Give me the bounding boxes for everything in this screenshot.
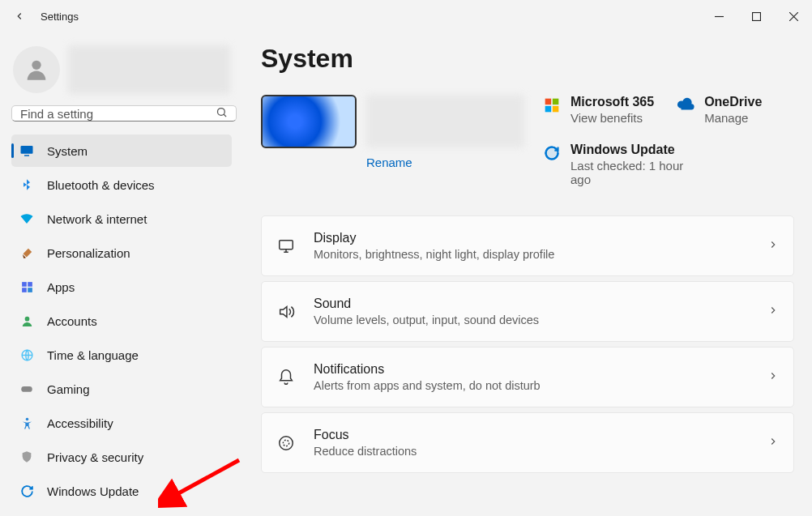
setting-title: Notifications <box>314 362 750 377</box>
sidebar-item-label: Gaming <box>47 382 90 396</box>
svg-rect-0 <box>752 12 760 20</box>
sidebar-item-label: Privacy & security <box>47 450 143 464</box>
minimize-button[interactable] <box>700 5 737 28</box>
content-pane: System Rename Microsoft 365 Vi <box>243 32 812 516</box>
setting-title: Focus <box>314 428 750 442</box>
sidebar-item-gaming[interactable]: Gaming <box>11 373 232 405</box>
sound-icon <box>276 302 296 322</box>
wifi-icon <box>19 211 34 226</box>
profile-card[interactable] <box>11 42 232 97</box>
chevron-right-icon <box>767 370 779 384</box>
chevron-right-icon <box>767 239 779 253</box>
sidebar-item-windows-update[interactable]: Windows Update <box>11 475 232 507</box>
svg-rect-13 <box>545 99 552 105</box>
tile-onedrive[interactable]: OneDrive Manage <box>677 95 762 125</box>
device-thumbnail[interactable] <box>261 95 357 148</box>
setting-title: Sound <box>314 296 750 311</box>
tile-sub: Last checked: 1 hour ago <box>571 159 700 186</box>
svg-rect-11 <box>21 386 32 392</box>
titlebar: Settings <box>0 0 812 32</box>
svg-rect-4 <box>24 155 29 156</box>
sidebar-item-accessibility[interactable]: Accessibility <box>11 407 232 439</box>
hero-row: Rename Microsoft 365 View benefits <box>261 95 794 186</box>
svg-point-1 <box>32 61 41 70</box>
sidebar-item-label: Network & internet <box>47 212 147 226</box>
setting-sub: Alerts from apps and system, do not dist… <box>314 379 750 392</box>
setting-focus[interactable]: Focus Reduce distractions <box>261 412 794 473</box>
brush-icon <box>19 245 34 260</box>
back-button[interactable] <box>8 5 31 28</box>
page-title: System <box>261 44 794 74</box>
tile-windows-update[interactable]: Windows Update Last checked: 1 hour ago <box>543 143 794 186</box>
tile-title: Windows Update <box>571 143 700 157</box>
rename-link[interactable]: Rename <box>366 156 524 169</box>
search-icon <box>216 106 228 121</box>
svg-rect-5 <box>22 282 27 287</box>
bluetooth-icon <box>19 177 34 192</box>
setting-sub: Monitors, brightness, night light, displ… <box>314 248 750 261</box>
sidebar-item-privacy-security[interactable]: Privacy & security <box>11 441 232 473</box>
sidebar-item-label: Personalization <box>47 246 130 260</box>
avatar <box>13 46 60 93</box>
sidebar-item-label: Apps <box>47 280 75 294</box>
tile-microsoft-365[interactable]: Microsoft 365 View benefits <box>543 95 654 125</box>
sidebar-item-label: Accessibility <box>47 416 113 430</box>
sidebar-item-label: Windows Update <box>47 484 139 498</box>
tile-title: OneDrive <box>704 95 762 109</box>
close-button[interactable] <box>775 5 812 28</box>
svg-point-19 <box>280 436 293 450</box>
onedrive-icon <box>677 96 694 114</box>
svg-rect-7 <box>22 288 27 292</box>
search-box[interactable] <box>11 105 237 122</box>
display-icon <box>276 237 296 256</box>
tile-sub: Manage <box>704 111 762 125</box>
update-icon <box>543 144 561 162</box>
search-input[interactable] <box>20 107 216 121</box>
settings-list: Display Monitors, brightness, night ligh… <box>261 215 794 473</box>
sidebar-item-label: System <box>47 144 88 158</box>
sidebar-item-network[interactable]: Network & internet <box>11 203 232 235</box>
setting-sub: Reduce distractions <box>314 445 750 458</box>
sidebar-item-bluetooth[interactable]: Bluetooth & devices <box>11 168 232 201</box>
update-icon <box>19 484 34 498</box>
setting-notifications[interactable]: Notifications Alerts from apps and syste… <box>261 347 794 407</box>
sidebar-item-accounts[interactable]: Accounts <box>11 305 232 337</box>
sidebar-item-label: Time & language <box>47 348 139 362</box>
svg-point-2 <box>218 109 225 116</box>
sidebar-item-apps[interactable]: Apps <box>11 271 232 303</box>
svg-rect-3 <box>21 146 33 154</box>
chevron-right-icon <box>767 436 779 450</box>
monitor-icon <box>19 143 34 158</box>
person-icon <box>19 313 34 328</box>
profile-info-blurred <box>68 45 230 94</box>
sidebar-item-time-language[interactable]: Time & language <box>11 339 232 371</box>
device-name-blurred <box>366 95 524 147</box>
svg-point-9 <box>24 316 29 321</box>
sidebar-item-personalization[interactable]: Personalization <box>11 237 232 269</box>
setting-sub: Volume levels, output, input, sound devi… <box>314 313 750 326</box>
svg-point-12 <box>25 417 28 420</box>
gamepad-icon <box>19 382 34 396</box>
sidebar-item-label: Bluetooth & devices <box>47 178 155 192</box>
svg-point-20 <box>283 440 288 446</box>
tile-title: Microsoft 365 <box>571 95 654 109</box>
svg-rect-16 <box>553 106 559 113</box>
setting-sound[interactable]: Sound Volume levels, output, input, soun… <box>261 281 794 342</box>
microsoft-icon <box>543 96 561 114</box>
app-title: Settings <box>41 11 79 23</box>
notifications-icon <box>276 368 296 387</box>
setting-display[interactable]: Display Monitors, brightness, night ligh… <box>261 215 794 276</box>
svg-rect-8 <box>28 288 32 292</box>
sidebar-item-system[interactable]: System <box>11 134 232 167</box>
globe-icon <box>19 348 34 362</box>
accessibility-icon <box>19 416 34 430</box>
maximize-button[interactable] <box>737 5 775 28</box>
focus-icon <box>276 433 296 453</box>
shield-icon <box>19 450 34 464</box>
svg-rect-18 <box>280 240 293 249</box>
nav-list: System Bluetooth & devices Network & int… <box>11 134 232 507</box>
sidebar-item-label: Accounts <box>47 314 97 328</box>
chevron-right-icon <box>767 305 779 318</box>
apps-icon <box>19 279 34 294</box>
svg-rect-14 <box>553 99 559 105</box>
